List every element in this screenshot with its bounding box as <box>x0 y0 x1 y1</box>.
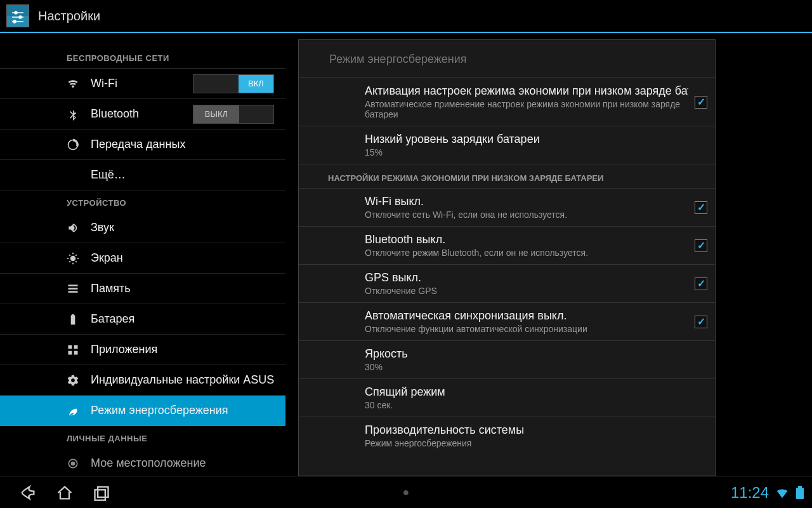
storage-icon <box>67 283 84 295</box>
svg-line-12 <box>75 255 77 256</box>
setting-title: Wi-Fi выкл. <box>365 195 688 208</box>
svg-point-1 <box>15 11 17 14</box>
sidebar-item-bluetooth[interactable]: Bluetooth ВЫКЛ <box>0 99 285 130</box>
sidebar-label: Приложения <box>91 343 157 356</box>
svg-line-15 <box>75 261 77 262</box>
setting-title: Автоматическая синхронизация выкл. <box>365 309 688 323</box>
sidebar-label: Память <box>91 282 131 295</box>
checkbox[interactable] <box>695 277 707 290</box>
sidebar-label: Звук <box>91 221 114 234</box>
checkbox[interactable] <box>695 316 707 328</box>
page-title: Настройки <box>38 9 100 23</box>
sidebar-label: Wi-Fi <box>91 77 117 90</box>
panel-title: Режим энергосбережения <box>299 40 715 78</box>
home-button[interactable] <box>56 484 74 502</box>
content-area: Режим энергосбережения Активация настрое… <box>292 33 812 476</box>
sidebar-label: Экран <box>91 251 123 265</box>
sidebar: БЕСПРОВОДНЫЕ СЕТИ Wi-Fi ВКЛ Bluetooth ВЫ… <box>0 33 292 476</box>
sidebar-item-apps[interactable]: Приложения <box>0 335 285 365</box>
svg-rect-17 <box>69 288 78 290</box>
setting-activation[interactable]: Активация настроек режима экономии при н… <box>299 78 715 126</box>
setting-subtitle: Режим энергосбережения <box>365 438 707 448</box>
sidebar-item-more[interactable]: Ещё… <box>0 160 285 190</box>
category-personal: ЛИЧНЫЕ ДАННЫЕ <box>0 426 292 448</box>
settings-icon <box>6 4 29 27</box>
svg-point-7 <box>70 255 75 260</box>
bluetooth-toggle[interactable]: ВЫКЛ <box>193 105 274 124</box>
sidebar-item-asus[interactable]: Индивидуальные настройки ASUS <box>0 365 285 396</box>
sidebar-item-location[interactable]: Мое местоположение <box>0 448 285 476</box>
svg-point-3 <box>19 16 22 18</box>
sidebar-label: Мое местоположение <box>91 457 206 470</box>
setting-wifi-off[interactable]: Wi-Fi выкл. Отключите сеть Wi-Fi, если о… <box>299 189 715 227</box>
wifi-icon <box>67 77 84 90</box>
svg-rect-18 <box>69 291 78 293</box>
data-usage-icon <box>67 138 84 151</box>
sidebar-item-sound[interactable]: Звук <box>0 213 285 243</box>
setting-low-battery-level[interactable]: Низкий уровень зарядки батареи 15% <box>299 126 715 164</box>
recent-apps-button[interactable] <box>93 484 110 502</box>
svg-point-5 <box>13 20 16 23</box>
system-navbar: ● 11:24 <box>0 476 812 508</box>
sidebar-label: Батарея <box>91 312 134 326</box>
sidebar-item-battery[interactable]: Батарея <box>0 304 285 335</box>
nav-handle-icon[interactable]: ● <box>403 486 410 499</box>
svg-rect-28 <box>798 486 802 488</box>
checkbox[interactable] <box>695 96 707 109</box>
setting-gps-off[interactable]: GPS выкл. Отключение GPS <box>299 265 715 303</box>
setting-title: Производительность системы <box>365 424 707 437</box>
setting-sleep[interactable]: Спящий режим 30 сек. <box>299 379 715 417</box>
category-device: УСТРОЙСТВО <box>0 190 292 213</box>
settings-panel: Режим энергосбережения Активация настрое… <box>298 39 716 476</box>
sidebar-item-data[interactable]: Передача данных <box>0 130 285 160</box>
svg-rect-20 <box>74 345 78 349</box>
svg-rect-26 <box>95 490 105 500</box>
svg-point-24 <box>72 462 75 465</box>
sidebar-item-storage[interactable]: Память <box>0 274 285 304</box>
checkbox[interactable] <box>695 239 707 252</box>
wifi-toggle[interactable]: ВКЛ <box>193 74 274 93</box>
sidebar-item-power-saving[interactable]: Режим энергосбережения <box>0 396 285 426</box>
battery-icon <box>67 313 84 326</box>
setting-sync-off[interactable]: Автоматическая синхронизация выкл. Отклю… <box>299 303 715 341</box>
svg-rect-16 <box>69 284 78 286</box>
svg-line-14 <box>69 255 70 256</box>
back-button[interactable] <box>19 484 37 502</box>
gear-icon <box>67 374 84 387</box>
location-icon <box>67 457 84 470</box>
setting-subtitle: 15% <box>365 147 707 157</box>
bluetooth-icon <box>67 108 84 121</box>
setting-title: Спящий режим <box>365 385 707 399</box>
sound-icon <box>67 222 84 234</box>
setting-title: Bluetooth выкл. <box>365 233 688 246</box>
setting-title: Активация настроек режима экономии при н… <box>365 84 688 98</box>
sidebar-item-wifi[interactable]: Wi-Fi ВКЛ <box>0 69 285 99</box>
setting-performance[interactable]: Производительность системы Режим энергос… <box>299 417 715 455</box>
svg-rect-27 <box>796 488 804 499</box>
sidebar-label: Режим энергосбережения <box>91 404 228 417</box>
setting-brightness[interactable]: Яркость 30% <box>299 341 715 379</box>
svg-rect-19 <box>69 345 72 349</box>
setting-subtitle: Автоматическое применение настроек режим… <box>365 99 688 119</box>
svg-rect-21 <box>69 351 72 354</box>
sidebar-label: Bluetooth <box>91 107 139 121</box>
sidebar-item-display[interactable]: Экран <box>0 243 285 274</box>
setting-bluetooth-off[interactable]: Bluetooth выкл. Отключите режим Bluetoot… <box>299 227 715 265</box>
svg-rect-25 <box>98 486 108 497</box>
clock[interactable]: 11:24 <box>731 484 769 502</box>
wifi-status-icon <box>775 486 789 500</box>
display-icon <box>67 252 84 265</box>
battery-status-icon <box>796 486 804 500</box>
setting-subtitle: Отключение функции автоматической синхро… <box>365 324 688 334</box>
sidebar-label: Индивидуальные настройки ASUS <box>91 373 274 387</box>
setting-subtitle: Отключите режим Bluetooth, если он не ис… <box>365 248 688 258</box>
svg-line-13 <box>69 261 70 262</box>
setting-title: Низкий уровень зарядки батареи <box>365 133 707 146</box>
checkbox[interactable] <box>695 201 707 214</box>
app-header: Настройки <box>0 0 812 33</box>
apps-icon <box>67 344 84 356</box>
setting-subtitle: 30% <box>365 362 707 372</box>
setting-subtitle: 30 сек. <box>365 400 707 410</box>
leaf-icon <box>67 404 84 417</box>
setting-subtitle: Отключение GPS <box>365 286 688 296</box>
